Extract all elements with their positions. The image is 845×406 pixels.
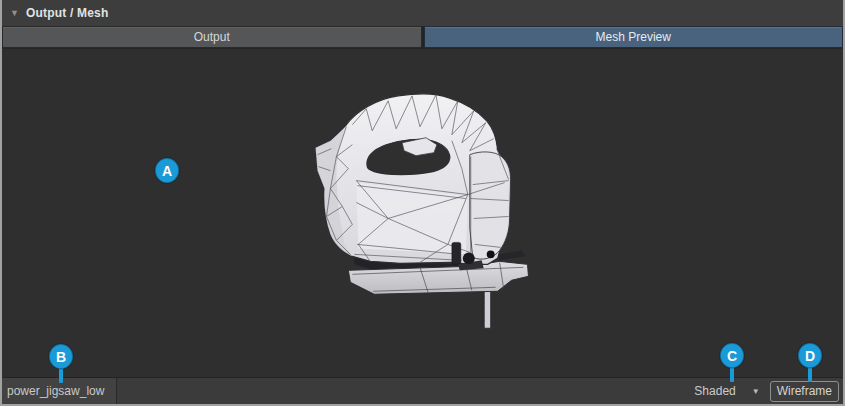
shading-mode-value: Shaded [694,384,735,398]
wireframe-button[interactable]: Wireframe [770,381,839,402]
tab-bar: Output Mesh Preview [2,26,843,48]
mesh-name-label: power_jigsaw_low [2,378,117,404]
chevron-down-icon: ▼ [752,387,760,396]
tab-mesh-preview[interactable]: Mesh Preview [424,26,844,48]
panel-header: ▼ Output / Mesh [2,0,843,26]
mesh-preview-area[interactable] [2,48,843,377]
output-mesh-panel: ▼ Output / Mesh Output Mesh Preview [0,0,845,406]
status-bar-spacer [117,378,688,404]
preview-status-bar: power_jigsaw_low Shaded ▼ Wireframe [2,377,843,404]
shading-mode-dropdown[interactable]: Shaded ▼ [688,378,769,404]
panel-title: Output / Mesh [26,6,109,20]
jigsaw-mesh-wireframe [2,49,843,377]
tab-output[interactable]: Output [2,26,422,48]
foldout-triangle-icon[interactable]: ▼ [10,9,19,18]
